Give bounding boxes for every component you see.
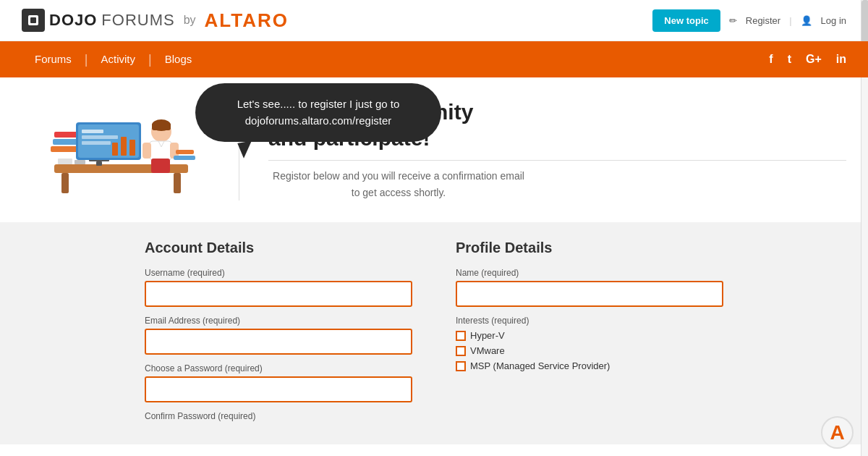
svg-rect-23	[142, 143, 151, 159]
person-icon: 👤	[801, 15, 812, 26]
svg-rect-8	[96, 161, 102, 166]
desk-illustration	[40, 99, 206, 208]
nav-forums-link[interactable]: Forums	[22, 41, 85, 77]
header-separator: |	[789, 15, 791, 26]
password-label: Choose a Password (required)	[145, 363, 412, 373]
interest-msp-label: MSP (Managed Service Provider)	[470, 360, 610, 371]
logo-forums-text: FORUMS	[101, 11, 174, 30]
form-section: Account Details Username (required) Emai…	[0, 222, 868, 444]
interest-vmware: VMware	[456, 345, 723, 356]
logo-dojo-text: DOJO	[49, 11, 97, 30]
nav-activity-link[interactable]: Activity	[88, 41, 149, 77]
svg-rect-16	[121, 137, 127, 156]
hero-subtitle: Registor below and you will receive a co…	[268, 168, 529, 200]
username-field-group: Username (required)	[145, 268, 412, 307]
hero-illustration	[22, 92, 224, 208]
interest-hyperv-checkbox[interactable]	[456, 331, 466, 341]
svg-rect-13	[82, 135, 118, 139]
interest-hyperv: Hyper-V	[456, 330, 723, 341]
svg-rect-21	[150, 141, 171, 160]
interest-vmware-checkbox[interactable]	[456, 346, 466, 356]
nav-links: Forums | Activity | Blogs	[22, 41, 205, 77]
interest-hyperv-label: Hyper-V	[470, 330, 505, 341]
logo-icon	[22, 9, 45, 32]
name-label: Name (required)	[456, 268, 723, 278]
bubble-text-line1: Let's see..... to register I just go to	[237, 98, 400, 110]
login-link[interactable]: Log in	[821, 15, 846, 26]
name-field-group: Name (required)	[456, 268, 723, 307]
pencil-icon: ✏	[729, 15, 737, 26]
twitter-icon[interactable]: t	[788, 53, 791, 66]
interests-field-group: Interests (required) Hyper-V VMware MSP …	[456, 316, 723, 371]
svg-rect-6	[61, 173, 69, 193]
svg-rect-14	[82, 141, 111, 145]
email-label: Email Address (required)	[145, 316, 412, 326]
googleplus-icon[interactable]: G+	[806, 53, 822, 66]
confirm-password-label: Confirm Password (required)	[145, 411, 412, 421]
account-details-title: Account Details	[145, 240, 412, 256]
interests-label: Interests (required)	[456, 316, 723, 326]
linkedin-icon[interactable]: in	[836, 53, 846, 66]
svg-rect-28	[75, 160, 85, 164]
speech-bubble-container: Let's see..... to register I just go to …	[195, 83, 441, 142]
logo-area: DOJO FORUMS by ALTARO	[22, 9, 289, 32]
email-field-group: Email Address (required)	[145, 316, 412, 355]
confirm-password-field-group: Confirm Password (required)	[145, 411, 412, 421]
account-details-column: Account Details Username (required) Emai…	[145, 240, 412, 430]
svg-rect-27	[58, 159, 72, 164]
svg-rect-22	[151, 159, 170, 173]
svg-rect-17	[129, 140, 135, 156]
interest-msp-checkbox[interactable]	[456, 361, 466, 371]
profile-details-title: Profile Details	[456, 240, 723, 256]
header-actions: New topic ✏ Register | 👤 Log in	[652, 9, 846, 32]
bubble-text-line2: dojoforums.altaro.com/register	[245, 114, 392, 127]
svg-rect-1	[30, 17, 36, 23]
username-input[interactable]	[145, 281, 412, 307]
speech-bubble: Let's see..... to register I just go to …	[195, 83, 441, 142]
navbar: Forums | Activity | Blogs Let's see.....…	[0, 41, 868, 77]
facebook-icon[interactable]: f	[769, 53, 773, 66]
svg-rect-26	[176, 150, 194, 154]
profile-details-column: Profile Details Name (required) Interest…	[456, 240, 723, 430]
password-input[interactable]	[145, 376, 412, 402]
svg-rect-12	[82, 130, 103, 133]
email-input[interactable]	[145, 329, 412, 355]
svg-rect-20	[152, 123, 171, 130]
name-input[interactable]	[456, 281, 723, 307]
password-field-group: Choose a Password (required)	[145, 363, 412, 402]
nav-blogs-link[interactable]: Blogs	[152, 41, 205, 77]
svg-rect-7	[174, 173, 181, 193]
altaro-watermark: A	[821, 416, 854, 449]
nav-social: f t G+ in	[769, 53, 846, 66]
register-link[interactable]: Register	[746, 15, 780, 26]
svg-rect-25	[174, 156, 195, 160]
svg-rect-15	[112, 143, 118, 156]
new-topic-button[interactable]: New topic	[652, 9, 720, 32]
header: DOJO FORUMS by ALTARO New topic ✏ Regist…	[0, 0, 868, 41]
interest-vmware-label: VMware	[470, 345, 505, 356]
username-label: Username (required)	[145, 268, 412, 278]
logo-by-text: by	[184, 14, 196, 27]
logo-altaro-text: ALTARO	[205, 9, 289, 32]
interest-msp: MSP (Managed Service Provider)	[456, 360, 723, 371]
